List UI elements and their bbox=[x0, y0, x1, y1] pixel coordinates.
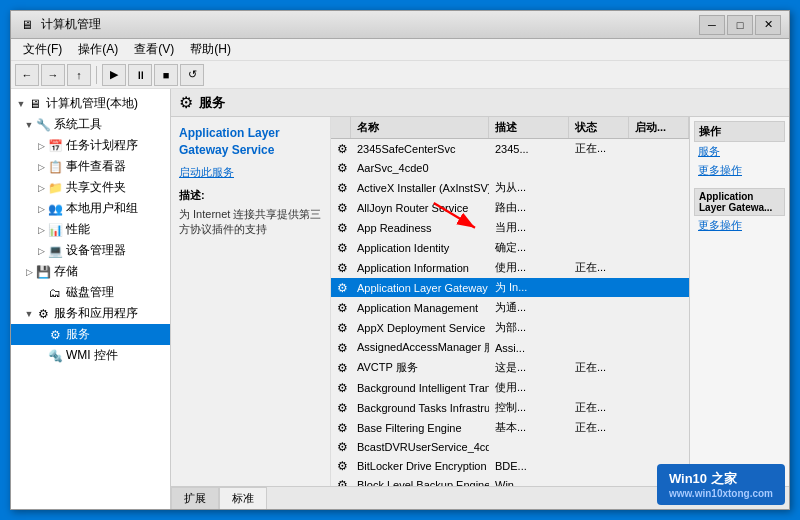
cell-icon: ⚙ bbox=[331, 298, 351, 317]
toolbar-separator bbox=[96, 66, 97, 84]
right-panel-more-link-1[interactable]: 更多操作 bbox=[694, 161, 785, 180]
table-row[interactable]: ⚙ AllJoyn Router Service 路由... bbox=[331, 198, 689, 218]
table-row[interactable]: ⚙ AppX Deployment Service (AppXSVC) 为部..… bbox=[331, 318, 689, 338]
sidebar-item-sharedfolders[interactable]: ▷ 📁 共享文件夹 bbox=[11, 177, 170, 198]
minimize-button[interactable]: ─ bbox=[699, 15, 725, 35]
header-status[interactable]: 状态 bbox=[569, 117, 629, 138]
table-row[interactable]: ⚙ Application Layer Gateway Service 为 In… bbox=[331, 278, 689, 298]
service-description: 为 Internet 连接共享提供第三方协议插件的支持 bbox=[179, 207, 322, 238]
cell-status bbox=[569, 198, 629, 217]
pause-button[interactable]: ⏸ bbox=[128, 64, 152, 86]
sidebar-item-tools[interactable]: ▼ 🔧 系统工具 bbox=[11, 114, 170, 135]
cell-icon: ⚙ bbox=[331, 178, 351, 197]
cell-startup bbox=[629, 139, 689, 158]
sidebar-item-services-apps[interactable]: ▼ ⚙ 服务和应用程序 bbox=[11, 303, 170, 324]
table-row[interactable]: ⚙ AssignedAccessManager 服务 Assi... bbox=[331, 338, 689, 358]
cell-status bbox=[569, 278, 629, 297]
table-row[interactable]: ⚙ AVCTP 服务 这是... 正在... bbox=[331, 358, 689, 378]
toolbar: ← → ↑ ▶ ⏸ ■ ↺ bbox=[11, 61, 789, 89]
cell-name: Application Information bbox=[351, 258, 489, 277]
cell-startup bbox=[629, 398, 689, 417]
table-row[interactable]: ⚙ Block Level Backup Engine Service Win.… bbox=[331, 476, 689, 486]
right-panel-more-link-2[interactable]: 更多操作 bbox=[694, 216, 785, 235]
table-row[interactable]: ⚙ Application Identity 确定... bbox=[331, 238, 689, 258]
right-panel-title-1[interactable]: 操作 bbox=[694, 121, 785, 142]
back-button[interactable]: ← bbox=[15, 64, 39, 86]
cell-status bbox=[569, 338, 629, 357]
cell-startup bbox=[629, 218, 689, 237]
tab-standard[interactable]: 标准 bbox=[219, 487, 267, 509]
window-icon: 🖥 bbox=[19, 17, 35, 33]
sidebar-item-wmi[interactable]: 🔩 WMI 控件 bbox=[11, 345, 170, 366]
cell-desc: 这是... bbox=[489, 358, 569, 377]
play-button[interactable]: ▶ bbox=[102, 64, 126, 86]
table-row[interactable]: ⚙ Background Intelligent Transfer Servic… bbox=[331, 378, 689, 398]
tab-extended[interactable]: 扩展 bbox=[171, 487, 219, 509]
cell-desc: 基本... bbox=[489, 418, 569, 437]
cell-startup bbox=[629, 178, 689, 197]
restart-button[interactable]: ↺ bbox=[180, 64, 204, 86]
cell-startup bbox=[629, 438, 689, 456]
table-row[interactable]: ⚙ App Readiness 当用... bbox=[331, 218, 689, 238]
maximize-button[interactable]: □ bbox=[727, 15, 753, 35]
sidebar-label-scheduler: 任务计划程序 bbox=[66, 137, 138, 154]
list-header: 名称 描述 状态 启动... bbox=[331, 117, 689, 139]
table-row[interactable]: ⚙ Base Filtering Engine 基本... 正在... bbox=[331, 418, 689, 438]
cell-status: 正在... bbox=[569, 398, 629, 417]
cell-desc: 为从... bbox=[489, 178, 569, 197]
cell-name: AVCTP 服务 bbox=[351, 358, 489, 377]
menu-help[interactable]: 帮助(H) bbox=[182, 39, 239, 60]
expand-icon: ▷ bbox=[35, 245, 47, 257]
forward-button[interactable]: → bbox=[41, 64, 65, 86]
expand-icon: ▷ bbox=[35, 224, 47, 236]
sidebar-label-services: 服务 bbox=[66, 326, 90, 343]
sidebar-item-computer[interactable]: ▼ 🖥 计算机管理(本地) bbox=[11, 93, 170, 114]
table-row[interactable]: ⚙ Application Information 使用... 正在... bbox=[331, 258, 689, 278]
cell-status: 正在... bbox=[569, 139, 629, 158]
cell-desc bbox=[489, 159, 569, 177]
table-row[interactable]: ⚙ BcastDVRUserService_4cde0 bbox=[331, 438, 689, 457]
right-panel-services-link[interactable]: 服务 bbox=[694, 142, 785, 161]
diskmgmt-icon: 🗂 bbox=[47, 285, 63, 301]
sidebar-item-scheduler[interactable]: ▷ 📅 任务计划程序 bbox=[11, 135, 170, 156]
expand-icon: ▼ bbox=[23, 119, 35, 131]
start-service-link[interactable]: 启动此服务 bbox=[179, 165, 322, 180]
header-desc[interactable]: 描述 bbox=[489, 117, 569, 138]
header-name[interactable]: 名称 bbox=[351, 117, 489, 138]
table-row[interactable]: ⚙ BitLocker Drive Encryption Service BDE… bbox=[331, 457, 689, 476]
menu-action[interactable]: 操作(A) bbox=[70, 39, 126, 60]
sidebar-item-performance[interactable]: ▷ 📊 性能 bbox=[11, 219, 170, 240]
sidebar-item-localusers[interactable]: ▷ 👥 本地用户和组 bbox=[11, 198, 170, 219]
menu-file[interactable]: 文件(F) bbox=[15, 39, 70, 60]
right-panel-title-2[interactable]: Application Layer Gatewa... bbox=[694, 188, 785, 216]
sidebar-item-eventviewer[interactable]: ▷ 📋 事件查看器 bbox=[11, 156, 170, 177]
up-button[interactable]: ↑ bbox=[67, 64, 91, 86]
table-row[interactable]: ⚙ Background Tasks Infrastructure Servic… bbox=[331, 398, 689, 418]
cell-status bbox=[569, 457, 629, 475]
expand-icon: ▷ bbox=[35, 203, 47, 215]
sidebar-item-services[interactable]: ⚙ 服务 bbox=[11, 324, 170, 345]
sidebar-item-storage[interactable]: ▷ 💾 存储 bbox=[11, 261, 170, 282]
cell-name: AppX Deployment Service (AppXSVC) bbox=[351, 318, 489, 337]
stop-button[interactable]: ■ bbox=[154, 64, 178, 86]
menu-view[interactable]: 查看(V) bbox=[126, 39, 182, 60]
table-row[interactable]: ⚙ AarSvc_4cde0 bbox=[331, 159, 689, 178]
cell-name: Application Management bbox=[351, 298, 489, 317]
table-row[interactable]: ⚙ 2345SafeCenterSvc 2345... 正在... bbox=[331, 139, 689, 159]
header-startup[interactable]: 启动... bbox=[629, 117, 689, 138]
cell-desc: 为 In... bbox=[489, 278, 569, 297]
window-title: 计算机管理 bbox=[41, 16, 699, 33]
table-row[interactable]: ⚙ Application Management 为通... bbox=[331, 298, 689, 318]
services-header: ⚙ 服务 bbox=[171, 89, 789, 117]
desc-label: 描述: bbox=[179, 188, 322, 203]
sidebar-item-devicemgr[interactable]: ▷ 💻 设备管理器 bbox=[11, 240, 170, 261]
sidebar-item-diskmgmt[interactable]: 🗂 磁盘管理 bbox=[11, 282, 170, 303]
cell-name: Application Identity bbox=[351, 238, 489, 257]
localusers-icon: 👥 bbox=[47, 201, 63, 217]
table-row[interactable]: ⚙ ActiveX Installer (AxInstSV) 为从... bbox=[331, 178, 689, 198]
close-button[interactable]: ✕ bbox=[755, 15, 781, 35]
cell-status bbox=[569, 238, 629, 257]
cell-icon: ⚙ bbox=[331, 238, 351, 257]
cell-icon: ⚙ bbox=[331, 318, 351, 337]
cell-startup bbox=[629, 159, 689, 177]
